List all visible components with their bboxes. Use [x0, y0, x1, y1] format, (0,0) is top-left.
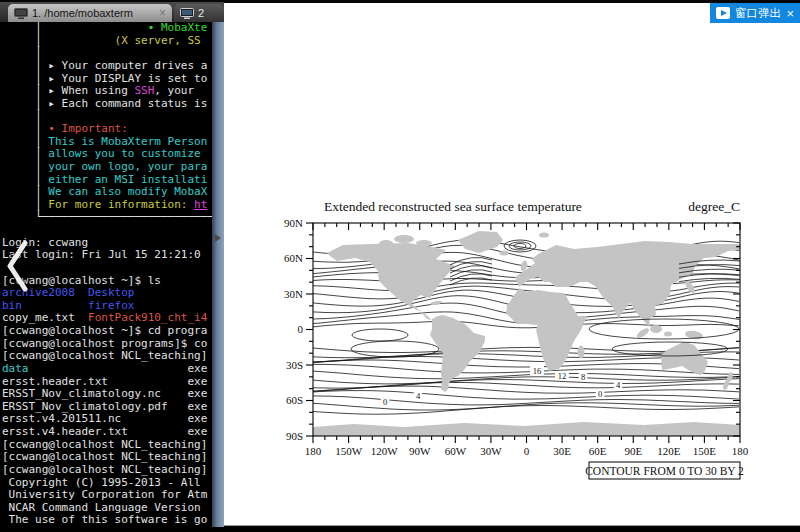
- landmass: [458, 231, 503, 253]
- terminal-tab-bar: 1. /home/mobaxterm × 2: [0, 2, 224, 22]
- y-tick-label: 90N: [284, 217, 303, 229]
- sst-contour-plot: 180150W120W90W60W30W030E60E90E120E150E18…: [224, 3, 800, 525]
- island: [430, 300, 442, 306]
- contour-loop: [351, 341, 439, 357]
- x-tick-label: 60E: [589, 445, 607, 457]
- x-tick-label: 180: [305, 445, 322, 457]
- prev-chevron-icon[interactable]: [4, 238, 30, 294]
- x-tick-label: 120W: [371, 445, 399, 457]
- contour-note: CONTOUR FROM 0 TO 30 BY 2: [585, 465, 744, 477]
- island: [379, 240, 393, 246]
- bottom-bar: [0, 527, 800, 532]
- terminal-line: Last login: Fri Jul 15 21:21:0: [2, 249, 212, 262]
- island: [500, 251, 509, 256]
- plot-window: 180150W120W90W60W30W030E60E90E120E150E18…: [224, 3, 800, 526]
- contour-value-label: 8: [581, 372, 585, 382]
- contour-value-label: 0: [598, 389, 602, 399]
- island: [650, 325, 662, 333]
- screen: 180150W120W90W60W30W030E60E90E120E150E18…: [0, 0, 800, 532]
- x-tick-label: 90W: [409, 445, 431, 457]
- contour-line: [313, 386, 739, 393]
- terminal-line: The use of this software is go: [2, 514, 212, 527]
- x-tick-label: 90E: [624, 445, 642, 457]
- landmass: [506, 288, 587, 371]
- terminal-icon: [180, 8, 194, 19]
- y-tick-label: 60N: [284, 252, 303, 264]
- contour-line: [313, 371, 739, 379]
- x-tick-label: 120E: [657, 445, 681, 457]
- contour-line: [313, 396, 739, 405]
- contour-line: [450, 262, 492, 269]
- y-tick-label: 30N: [284, 288, 303, 300]
- contour-line: [313, 391, 739, 400]
- y-tick-label: 60S: [286, 394, 303, 406]
- terminal-scrollbar[interactable]: [212, 22, 224, 527]
- tab-2[interactable]: 2: [174, 4, 224, 22]
- contour-line: [313, 406, 739, 415]
- popup-close-icon[interactable]: ×: [786, 6, 794, 21]
- landmass: [313, 422, 740, 436]
- contour-line: [313, 283, 739, 292]
- x-tick-label: 30W: [480, 445, 502, 457]
- x-tick-label: 150W: [335, 445, 363, 457]
- x-tick-label: 30E: [553, 445, 571, 457]
- x-tick-label: 180: [732, 445, 749, 457]
- continents: [313, 231, 740, 436]
- island: [664, 332, 672, 337]
- y-tick-label: 30S: [286, 359, 303, 371]
- island: [578, 346, 585, 359]
- x-tick-label: 0: [524, 445, 530, 457]
- plot-title: Extended reconstructed sea surface tempe…: [324, 199, 582, 214]
- x-tick-label: 150E: [693, 445, 717, 457]
- terminal-line: └────────────────────────────: [2, 211, 212, 224]
- tab-label: 2: [198, 7, 204, 19]
- tab-label: 1. /home/mobaxterm: [32, 7, 133, 19]
- y-tick-label: 0: [298, 323, 304, 335]
- contour-value-label: 0: [383, 397, 387, 407]
- island: [416, 240, 432, 246]
- sidebar-collapse-arrow-icon[interactable]: [215, 234, 221, 242]
- contour-value-label: 12: [558, 371, 567, 381]
- island: [394, 235, 414, 243]
- contour-loop: [352, 329, 408, 341]
- contour-value-label: 16: [533, 366, 542, 376]
- contour-loop: [589, 319, 739, 339]
- tab-close-icon[interactable]: ×: [159, 6, 166, 20]
- terminal[interactable]: │ • MobaXte │ (X server, SS │ │ ▸ Your c…: [0, 22, 212, 527]
- landmass: [661, 342, 708, 375]
- x-tick-label: 60W: [445, 445, 467, 457]
- landmass: [327, 243, 455, 320]
- popout-label: 窗口弹出: [735, 6, 781, 21]
- terminal-icon: [14, 8, 28, 19]
- island: [539, 233, 549, 238]
- tab-home-mobaxterm[interactable]: 1. /home/mobaxterm ×: [8, 4, 172, 22]
- island: [636, 327, 651, 340]
- y-tick-label: 90S: [286, 430, 303, 442]
- contour-line: [313, 403, 739, 410]
- play-icon: [716, 7, 730, 19]
- popout-button[interactable]: 窗口弹出 ×: [710, 3, 800, 23]
- units-label: degree_C: [688, 199, 740, 214]
